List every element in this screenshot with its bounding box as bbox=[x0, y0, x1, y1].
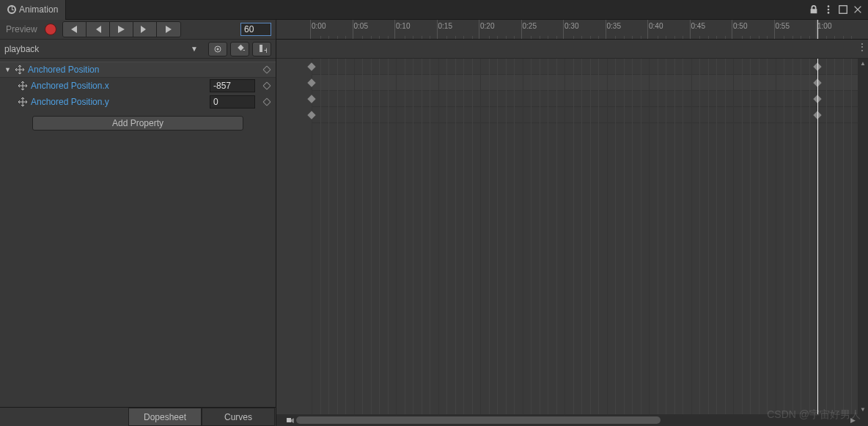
playhead[interactable] bbox=[817, 59, 818, 414]
property-row-x[interactable]: Anchored Position.x bbox=[0, 78, 276, 94]
keyframe-indicator-icon[interactable] bbox=[262, 98, 271, 106]
recttransform-icon bbox=[18, 81, 28, 91]
watermark-text: CSDN @宇宙好男人 bbox=[767, 408, 861, 422]
tab-curves[interactable]: Curves bbox=[202, 408, 275, 426]
event-track[interactable] bbox=[276, 40, 868, 59]
property-value-input[interactable] bbox=[210, 95, 255, 109]
frame-input[interactable] bbox=[240, 23, 271, 36]
ruler-tick: 0:30 bbox=[564, 22, 578, 30]
svg-point-2 bbox=[828, 12, 830, 14]
ruler-tick: 0:05 bbox=[354, 22, 368, 30]
recttransform-icon bbox=[18, 97, 28, 107]
property-label: Anchored Position.x bbox=[31, 81, 207, 91]
menu-icon[interactable] bbox=[821, 2, 836, 17]
property-row-parent[interactable]: ▼ Anchored Position bbox=[0, 62, 276, 78]
play-button[interactable] bbox=[110, 22, 133, 37]
maximize-icon[interactable] bbox=[836, 2, 850, 17]
property-label: Anchored Position bbox=[28, 65, 255, 75]
record-button[interactable] bbox=[45, 23, 56, 35]
lock-icon[interactable] bbox=[806, 2, 821, 17]
svg-rect-8 bbox=[260, 45, 262, 52]
ruler-tick: 0:10 bbox=[396, 22, 410, 30]
scroll-left-icon[interactable]: ◀ bbox=[287, 416, 296, 424]
property-label: Anchored Position.y bbox=[31, 97, 207, 107]
property-value-input[interactable] bbox=[210, 79, 255, 92]
keyframe-indicator-icon[interactable] bbox=[262, 81, 271, 90]
add-event-button[interactable]: + bbox=[252, 42, 271, 56]
vertical-scrollbar[interactable]: ▲ ▼ bbox=[858, 59, 868, 414]
clock-icon bbox=[7, 5, 16, 14]
ruler-tick: 1:00 bbox=[817, 22, 831, 30]
ruler-tick: 0:40 bbox=[649, 22, 663, 30]
recttransform-icon bbox=[15, 65, 25, 75]
tab-animation[interactable]: Animation bbox=[0, 0, 66, 20]
scroll-down-icon[interactable]: ▼ bbox=[860, 406, 866, 413]
svg-point-5 bbox=[217, 48, 219, 50]
clip-dropdown[interactable]: playback bbox=[4, 44, 191, 54]
keyframe-indicator-icon[interactable] bbox=[262, 65, 271, 74]
ruler-tick: 0:00 bbox=[312, 22, 326, 30]
ruler-tick: 0:15 bbox=[438, 22, 452, 30]
fold-arrow-icon[interactable]: ▼ bbox=[4, 66, 12, 73]
next-frame-button[interactable] bbox=[133, 22, 157, 37]
timeline-ruler[interactable]: 0:000:050:100:150:200:250:300:350:400:45… bbox=[276, 20, 868, 40]
svg-text:+: + bbox=[243, 45, 245, 54]
ruler-tick: 0:35 bbox=[607, 22, 621, 30]
ruler-tick: 0:20 bbox=[480, 22, 494, 30]
ruler-tick: 0:55 bbox=[776, 22, 790, 30]
svg-point-0 bbox=[828, 5, 830, 7]
last-frame-button[interactable] bbox=[157, 22, 180, 37]
ruler-tick: 0:45 bbox=[691, 22, 705, 30]
tab-dopesheet[interactable]: Dopesheet bbox=[128, 408, 202, 426]
ruler-tick: 0:50 bbox=[733, 22, 747, 30]
close-icon[interactable] bbox=[850, 2, 865, 17]
svg-text:+: + bbox=[264, 45, 267, 54]
dropdown-arrow-icon: ▼ bbox=[191, 45, 198, 53]
preview-button[interactable]: Preview bbox=[1, 24, 42, 34]
property-row-y[interactable]: Anchored Position.y bbox=[0, 94, 276, 110]
ruler-tick: 0:25 bbox=[523, 22, 537, 30]
svg-point-1 bbox=[828, 9, 830, 11]
dopesheet-area[interactable] bbox=[276, 59, 868, 414]
first-frame-button[interactable] bbox=[63, 22, 87, 37]
svg-rect-3 bbox=[839, 6, 847, 14]
filter-selection-button[interactable] bbox=[208, 42, 227, 56]
tab-title: Animation bbox=[19, 4, 58, 15]
playhead[interactable] bbox=[817, 20, 818, 40]
add-keyframe-button[interactable]: + bbox=[230, 42, 249, 56]
panel-menu-icon[interactable]: ⋮ bbox=[858, 42, 867, 52]
prev-frame-button[interactable] bbox=[87, 22, 110, 37]
scrollbar-thumb[interactable] bbox=[296, 416, 661, 424]
add-property-button[interactable]: Add Property bbox=[32, 116, 243, 131]
scroll-up-icon[interactable]: ▲ bbox=[860, 60, 866, 67]
